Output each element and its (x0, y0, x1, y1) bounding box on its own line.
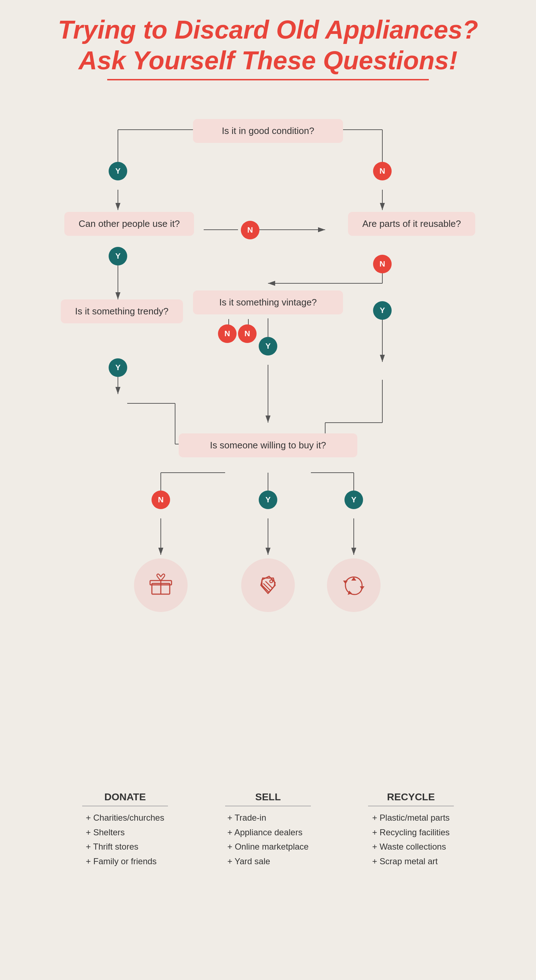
question-2: Can other people use it? (64, 212, 194, 236)
title-underline (107, 79, 429, 80)
question-3: Are parts of it reusable? (348, 212, 475, 236)
sell-column: SELL Trade-in Appliance dealers Online m… (207, 787, 329, 869)
recycle-item-4: Scrap metal art (372, 854, 450, 869)
sell-item-2: Appliance dealers (227, 825, 309, 840)
recycle-item-1: Plastic/metal parts (372, 811, 450, 825)
donate-column: DONATE Charities/churches Shelters Thrif… (64, 787, 186, 869)
badge-n-vintage-left: N (218, 325, 237, 343)
sell-icon (256, 573, 280, 598)
page-title: Trying to Discard Old Appliances? Ask Yo… (58, 14, 478, 83)
badge-n-q6-left: N (151, 490, 170, 509)
badge-n-q3: N (373, 255, 392, 273)
recycle-icon (341, 573, 366, 598)
recycle-item-3: Waste collections (372, 840, 450, 854)
recycle-column: RECYCLE Plastic/metal parts Recycling fa… (350, 787, 472, 869)
donate-icon (148, 573, 173, 598)
donate-item-1: Charities/churches (86, 811, 164, 825)
badge-y-q6-right: Y (345, 490, 363, 509)
badge-y-q1-left: Y (109, 162, 127, 180)
title-line1: Trying to Discard Old Appliances? (58, 14, 478, 45)
question-4: Is it something vintage? (193, 291, 343, 314)
question-5: Is it something trendy? (61, 299, 183, 323)
donate-item-2: Shelters (86, 825, 164, 840)
badge-n-q1-right: N (373, 162, 392, 180)
sell-item-3: Online marketplace (227, 840, 309, 854)
donate-circle (134, 558, 188, 612)
flowchart: Is it in good condition? Y N Can other p… (54, 101, 482, 780)
recycle-item-2: Recycling facilities (372, 825, 450, 840)
question-6: Is someone willing to buy it? (179, 433, 357, 457)
badge-y-q6-center: Y (259, 490, 277, 509)
donate-items: Charities/churches Shelters Thrift store… (86, 811, 164, 869)
badge-n-vintage-right: N (238, 325, 256, 343)
donate-label: DONATE (82, 791, 168, 807)
sell-label: SELL (225, 791, 311, 807)
destinations-section: DONATE Charities/churches Shelters Thrif… (54, 787, 482, 869)
sell-items: Trade-in Appliance dealers Online market… (227, 811, 309, 869)
sell-item-1: Trade-in (227, 811, 309, 825)
donate-item-3: Thrift stores (86, 840, 164, 854)
title-line2: Ask Yourself These Questions! (58, 45, 478, 76)
question-1: Is it in good condition? (193, 119, 343, 143)
recycle-items: Plastic/metal parts Recycling facilities… (372, 811, 450, 869)
badge-y-q4-center: Y (259, 337, 277, 355)
donate-item-4: Family or friends (86, 854, 164, 869)
badge-y-q2: Y (109, 247, 127, 266)
sell-item-4: Yard sale (227, 854, 309, 869)
badge-y-q5: Y (109, 358, 127, 377)
recycle-label: RECYCLE (368, 791, 454, 807)
sell-circle (241, 558, 295, 612)
badge-n-q2-right: N (241, 221, 259, 239)
badge-y-q3: Y (373, 301, 392, 320)
recycle-circle (327, 558, 380, 612)
